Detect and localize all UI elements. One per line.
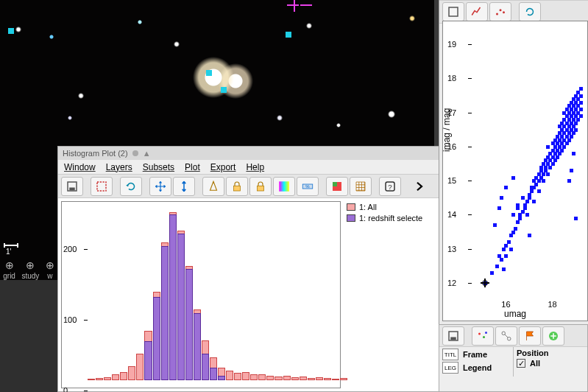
scatter-point: [514, 227, 517, 231]
cursor-cross-h2: [300, 4, 312, 6]
scatter-ytick: 15: [447, 176, 456, 185]
layer-right-all[interactable]: ✓All: [517, 359, 584, 368]
scatter-save-button[interactable]: [442, 2, 464, 21]
hist-bar: [210, 368, 217, 380]
scatter-point: [534, 183, 538, 186]
layer-row-frame[interactable]: TITLFrame: [442, 349, 510, 360]
save-plot-button[interactable]: [61, 177, 83, 196]
menu-layers[interactable]: Layers: [106, 162, 132, 172]
layer-save-button[interactable]: [442, 326, 464, 346]
pan-button[interactable]: [149, 177, 171, 196]
histogram-plot-area[interactable]: 0100200: [61, 201, 341, 388]
window-tri-icon: ▲: [143, 149, 151, 158]
layer-link-button[interactable]: [495, 326, 517, 346]
menu-plot[interactable]: Plot: [185, 162, 200, 172]
lock-x-button[interactable]: [226, 177, 248, 196]
menu-help[interactable]: Help: [246, 162, 264, 172]
replot-button[interactable]: [120, 177, 142, 196]
scatter-point: [537, 179, 541, 183]
scatter-point: [497, 206, 501, 210]
scatter-point: [542, 172, 545, 176]
sky-tool-study[interactable]: ⊕study: [21, 259, 39, 280]
layer-toolbar: [439, 325, 587, 347]
scatter-point: [546, 172, 550, 176]
sky-tool-grid[interactable]: ⊕grid: [3, 259, 15, 280]
scatter-points-button[interactable]: [489, 2, 511, 21]
scatter-panel: imag / mag umag 19181716151413121618: [439, 0, 588, 324]
titlebar[interactable]: Histogram Plot (2) ▲: [58, 147, 439, 160]
hist-bar: [177, 234, 185, 380]
scatter-replot-button[interactable]: [519, 2, 541, 21]
measure-button[interactable]: [202, 177, 224, 196]
scatter-point: [528, 193, 531, 197]
hist-ytick: 0: [63, 386, 68, 392]
scatter-ytick: 13: [447, 245, 456, 253]
svg-rect-18: [450, 337, 456, 340]
hist-bar: [88, 379, 95, 380]
help-button[interactable]: ?: [379, 177, 401, 196]
object-marker[interactable]: [221, 87, 227, 93]
svg-text:%: %: [305, 184, 310, 189]
hist-bar: [250, 374, 258, 380]
layer-add-button[interactable]: [542, 326, 564, 346]
menubar: WindowLayersSubsetsPlotExportHelp: [58, 160, 439, 175]
more-button[interactable]: [408, 177, 431, 196]
object-marker[interactable]: [206, 70, 212, 76]
scatter-crosshair[interactable]: [481, 279, 489, 287]
hist-bar: [291, 377, 299, 380]
sky-tool-wcs[interactable]: ⊕w: [46, 259, 54, 280]
hist-bar: [128, 366, 135, 380]
scatter-point: [516, 220, 520, 224]
rescale-button[interactable]: %: [297, 177, 319, 196]
scatter-point: [551, 162, 555, 166]
scatter-point: [528, 196, 531, 200]
layer-right-position[interactable]: Position: [517, 349, 584, 357]
hist-bar: [194, 313, 201, 380]
lock-y-button[interactable]: [249, 177, 272, 196]
hist-bar: [153, 297, 160, 380]
svg-rect-2: [97, 182, 106, 191]
scatter-point: [509, 234, 513, 237]
hist-bar: [120, 372, 127, 381]
scatter-line-button[interactable]: [466, 2, 488, 21]
hist-bar: [258, 374, 266, 380]
scatter-point: [511, 213, 515, 217]
layer-flag-button[interactable]: [519, 326, 541, 346]
hist-bar: [283, 376, 291, 380]
vertical-zoom-button[interactable]: [173, 177, 195, 196]
scatter-point: [579, 114, 583, 118]
menu-subsets[interactable]: Subsets: [143, 162, 174, 172]
scatter-point: [567, 179, 571, 183]
hist-bar: [308, 378, 315, 380]
menu-window[interactable]: Window: [64, 162, 96, 172]
hist-bar: [161, 246, 169, 380]
scatter-point: [516, 206, 520, 210]
scatter-point: [495, 265, 499, 268]
hist-bar: [218, 376, 225, 380]
hist-bar: [136, 354, 144, 380]
object-marker[interactable]: [8, 28, 14, 34]
menu-export[interactable]: Export: [210, 162, 236, 172]
scatter-ytick: 18: [447, 74, 456, 83]
histogram-legend: 1: All1: redshift selecte: [344, 198, 439, 391]
frame-button[interactable]: [91, 177, 113, 196]
hist-bar: [300, 377, 307, 380]
legend-item[interactable]: 1: All: [347, 203, 436, 211]
legend-item[interactable]: 1: redshift selecte: [347, 214, 436, 223]
sketch-button[interactable]: [326, 177, 348, 196]
scatter-point: [570, 169, 573, 172]
scatter-point: [518, 213, 522, 217]
scatter-point: [518, 217, 522, 220]
layer-row-legend[interactable]: LEGLegend: [442, 362, 510, 374]
scatter-plot-area[interactable]: imag / mag umag 19181716151413121618: [442, 21, 588, 321]
scatter-point: [507, 240, 511, 244]
hist-bar: [96, 378, 103, 380]
hist-bar: [202, 354, 209, 380]
aux-axis-button[interactable]: [273, 177, 295, 196]
grid-button[interactable]: [350, 177, 372, 196]
scatter-point: [493, 223, 497, 227]
hist-bar: [274, 377, 282, 380]
layer-scatter-button[interactable]: [472, 326, 494, 346]
scatter-point: [521, 210, 525, 214]
object-marker[interactable]: [286, 32, 291, 38]
